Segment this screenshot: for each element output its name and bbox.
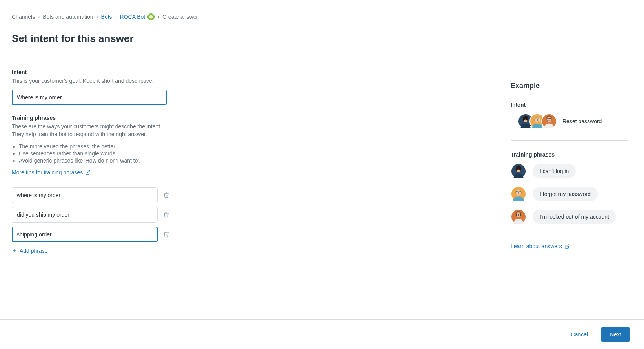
trash-icon[interactable]: [163, 231, 169, 238]
external-link-icon: [85, 170, 91, 175]
training-tips: The more varied the phrases, the better.…: [12, 143, 169, 164]
form-column: Intent This is your customer's goal. Kee…: [0, 69, 169, 264]
example-phrase-row: I forgot my password: [511, 186, 644, 202]
example-intent-label: Intent: [511, 102, 644, 108]
phrase-row: [12, 187, 169, 203]
example-phrase-row: I can't log in: [511, 163, 644, 179]
example-phrase-bubble: I forgot my password: [533, 187, 598, 201]
training-help: These are the ways your customers might …: [12, 122, 167, 139]
crumb-roca-bot[interactable]: ROCA Bot: [120, 13, 155, 20]
breadcrumb: Channels › Bots and automation › Bots › …: [0, 0, 644, 20]
bot-emoji-icon: [147, 13, 155, 20]
svg-line-0: [87, 170, 90, 172]
example-intent-row: Reset password: [518, 113, 644, 129]
chevron-right-icon: ›: [158, 14, 159, 20]
add-phrase-button[interactable]: Add phrase: [12, 248, 48, 254]
example-phrase-row: I'm locked out of my account: [511, 209, 644, 225]
svg-line-17: [567, 244, 569, 247]
training-label: Training phrases: [12, 115, 169, 121]
training-tip: Avoid generic phrases like 'How do I' or…: [19, 157, 169, 164]
plus-icon: [12, 248, 17, 254]
avatar-icon: [541, 113, 557, 129]
intent-help: This is your customer's goal. Keep it sh…: [12, 77, 167, 85]
phrase-row: [12, 227, 169, 242]
avatar-stack: [518, 113, 557, 129]
intent-label: Intent: [12, 69, 169, 75]
training-tip: The more varied the phrases, the better.: [19, 143, 169, 150]
training-phrase-list: Add phrase: [12, 187, 169, 255]
phrase-input[interactable]: [12, 187, 158, 203]
page-title: Set intent for this answer: [0, 27, 644, 45]
example-training-label: Training phrases: [511, 152, 644, 158]
crumb-channels[interactable]: Channels: [12, 14, 35, 20]
trash-icon[interactable]: [163, 211, 169, 218]
example-heading: Example: [511, 82, 644, 90]
example-panel: Example Intent Reset password Training p…: [490, 69, 644, 312]
divider: [511, 140, 628, 141]
avatar-icon: [511, 209, 526, 225]
avatar-icon: [511, 186, 526, 202]
learn-about-answers-link[interactable]: Learn about answers: [511, 243, 570, 249]
crumb-bots-automation[interactable]: Bots and automation: [43, 14, 93, 20]
divider: [511, 232, 628, 232]
example-phrase-bubble: I can't log in: [533, 164, 576, 178]
example-phrase-bubble: I'm locked out of my account: [533, 210, 616, 224]
chevron-right-icon: ›: [38, 14, 40, 20]
phrase-row: [12, 207, 169, 223]
more-tips-link[interactable]: More tips for training phrases: [12, 169, 91, 175]
cancel-button[interactable]: Cancel: [569, 331, 591, 338]
avatar-icon: [511, 163, 526, 179]
footer-bar: Cancel Next: [0, 319, 644, 349]
intent-input[interactable]: [12, 90, 167, 105]
chevron-right-icon: ›: [115, 14, 117, 20]
chevron-right-icon: ›: [96, 14, 98, 20]
phrase-input[interactable]: [12, 227, 158, 242]
example-intent-value: Reset password: [562, 118, 602, 124]
training-tip: Use sentences rather than single words.: [19, 150, 169, 157]
next-button[interactable]: Next: [601, 327, 630, 342]
intent-block: Intent This is your customer's goal. Kee…: [12, 69, 169, 105]
crumb-create-answer: Create answer: [162, 14, 198, 20]
training-block: Training phrases These are the ways your…: [12, 115, 169, 255]
trash-icon[interactable]: [163, 192, 169, 199]
external-link-icon: [564, 243, 570, 249]
crumb-bots[interactable]: Bots: [101, 14, 112, 20]
phrase-input[interactable]: [12, 207, 158, 223]
